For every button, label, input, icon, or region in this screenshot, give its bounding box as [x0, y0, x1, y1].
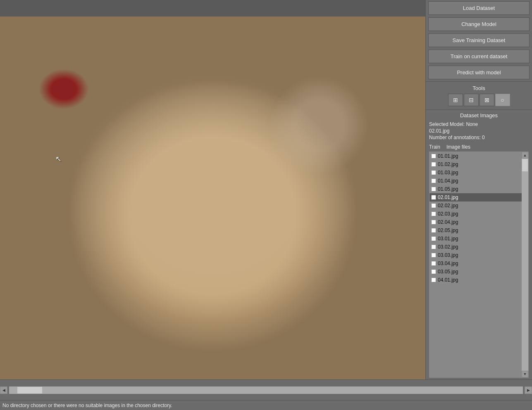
bottom-bar: ◀ ▶ — [0, 379, 532, 400]
file-list-item[interactable]: 01.04.jpg — [429, 177, 522, 185]
file-list-item[interactable]: 02.03.jpg — [429, 210, 522, 218]
file-checkbox[interactable] — [431, 178, 436, 183]
file-name-label: 02.04.jpg — [438, 219, 458, 225]
scroll-right-arrow[interactable]: ▶ — [525, 386, 532, 394]
file-name-label: 02.03.jpg — [438, 211, 458, 217]
tools-row: ⊞ ⊟ ⊠ ○ — [428, 94, 530, 106]
save-training-button[interactable]: Save Training Dataset — [428, 33, 530, 47]
remove-box-tool[interactable]: ⊠ — [480, 94, 494, 106]
file-list-wrapper: Train Image files 01.01.jpg01.02.jpg01.0… — [426, 142, 532, 379]
dataset-section: Dataset Images Selected Model: None 02.0… — [426, 111, 532, 142]
file-name-label: 04.01.jpg — [438, 277, 458, 283]
file-checkbox[interactable] — [431, 211, 436, 216]
file-list-item[interactable]: 02.05.jpg — [429, 226, 522, 235]
file-name-label: 01.01.jpg — [438, 153, 458, 159]
file-name-label: 01.05.jpg — [438, 186, 458, 192]
scroll-left-arrow[interactable]: ◀ — [0, 386, 7, 394]
train-current-button[interactable]: Train on current dataset — [428, 50, 530, 63]
file-list-item[interactable]: 01.03.jpg — [429, 168, 522, 177]
file-list-item[interactable]: 02.04.jpg — [429, 218, 522, 226]
file-name-label: 03.05.jpg — [438, 269, 458, 275]
circle-tool-icon: ○ — [501, 97, 504, 103]
file-name-label: 01.03.jpg — [438, 170, 458, 175]
cursor: ↖ — [55, 154, 62, 164]
file-name-label: 03.01.jpg — [438, 236, 458, 242]
file-list-header: Train Image files — [429, 142, 529, 151]
predict-model-button[interactable]: Predict with model — [428, 66, 530, 79]
dataset-title: Dataset Images — [429, 112, 529, 118]
file-list-scroll[interactable]: 01.01.jpg01.02.jpg01.03.jpg01.04.jpg01.0… — [429, 152, 522, 377]
file-name-label: 01.02.jpg — [438, 161, 458, 167]
file-checkbox[interactable] — [431, 203, 436, 208]
file-list-item[interactable]: 03.05.jpg — [429, 268, 522, 276]
remove-box-icon: ⊠ — [484, 97, 489, 103]
file-name-label: 02.01.jpg — [438, 194, 458, 200]
status-bar: No directory chosen or there were no sui… — [0, 400, 532, 410]
canvas-area: ↖ — [0, 0, 425, 379]
file-checkbox[interactable] — [431, 277, 436, 282]
add-box-icon: ⊞ — [453, 97, 458, 103]
annotations-info: Number of annotations: 0 — [429, 134, 529, 141]
edit-box-icon: ⊟ — [469, 97, 474, 103]
file-name-label: 03.04.jpg — [438, 261, 458, 266]
file-list-item[interactable]: 01.02.jpg — [429, 160, 522, 168]
load-dataset-button[interactable]: Load Dataset — [428, 1, 530, 15]
file-list-item[interactable]: 01.05.jpg — [429, 185, 522, 193]
col-train-header: Train — [429, 144, 446, 150]
scrollbar-track: ▲ ▼ — [522, 152, 528, 377]
tools-section: Tools ⊞ ⊟ ⊠ ○ — [426, 83, 532, 109]
file-list-item[interactable]: 01.01.jpg — [429, 152, 522, 160]
scroll-thumb[interactable] — [522, 159, 528, 171]
file-list-item[interactable]: 04.01.jpg — [429, 276, 522, 284]
file-name-label: 03.02.jpg — [438, 244, 458, 250]
horizontal-scroll-track[interactable] — [9, 386, 523, 394]
scroll-up-arrow[interactable]: ▲ — [522, 152, 528, 159]
file-list-item[interactable]: 03.03.jpg — [429, 251, 522, 259]
file-list-container: 01.01.jpg01.02.jpg01.03.jpg01.04.jpg01.0… — [429, 152, 529, 378]
file-checkbox[interactable] — [431, 187, 436, 192]
file-name-label: 01.04.jpg — [438, 178, 458, 184]
file-checkbox[interactable] — [431, 269, 436, 274]
file-checkbox[interactable] — [431, 162, 436, 167]
main-image: ↖ — [0, 17, 425, 379]
file-checkbox[interactable] — [431, 244, 436, 249]
file-name-label: 02.05.jpg — [438, 228, 458, 233]
col-images-header: Image files — [446, 144, 470, 150]
file-list-item[interactable]: 03.01.jpg — [429, 235, 522, 243]
change-model-button[interactable]: Change Model — [428, 17, 530, 31]
circle-tool[interactable]: ○ — [495, 94, 510, 106]
file-list-item[interactable]: 03.02.jpg — [429, 243, 522, 251]
file-checkbox[interactable] — [431, 220, 436, 225]
app-window: ↖ Load Dataset Change Model Save Trainin… — [0, 0, 532, 410]
file-checkbox[interactable] — [431, 228, 436, 233]
file-checkbox[interactable] — [431, 154, 436, 159]
add-box-tool[interactable]: ⊞ — [448, 94, 463, 106]
file-checkbox[interactable] — [431, 261, 436, 266]
top-area: ↖ Load Dataset Change Model Save Trainin… — [0, 0, 532, 379]
file-checkbox[interactable] — [431, 195, 436, 200]
file-checkbox[interactable] — [431, 253, 436, 258]
current-file-info: 02.01.jpg — [429, 128, 529, 134]
file-checkbox[interactable] — [431, 170, 436, 175]
file-list-item[interactable]: 02.01.jpg — [429, 193, 522, 201]
horizontal-scroll-thumb[interactable] — [17, 387, 42, 393]
top-bar — [0, 0, 425, 17]
file-name-label: 03.03.jpg — [438, 252, 458, 258]
status-text: No directory chosen or there were no sui… — [2, 403, 172, 408]
image-container: ↖ — [0, 17, 425, 379]
file-list-item[interactable]: 02.02.jpg — [429, 201, 522, 210]
sidebar: Load Dataset Change Model Save Training … — [425, 0, 532, 379]
file-checkbox[interactable] — [431, 236, 436, 241]
tools-label: Tools — [428, 85, 530, 91]
selected-model-info: Selected Model: None — [429, 121, 529, 128]
edit-box-tool[interactable]: ⊟ — [464, 94, 479, 106]
file-list-item[interactable]: 03.04.jpg — [429, 259, 522, 268]
scroll-down-arrow[interactable]: ▼ — [522, 371, 528, 377]
file-name-label: 02.02.jpg — [438, 203, 458, 209]
